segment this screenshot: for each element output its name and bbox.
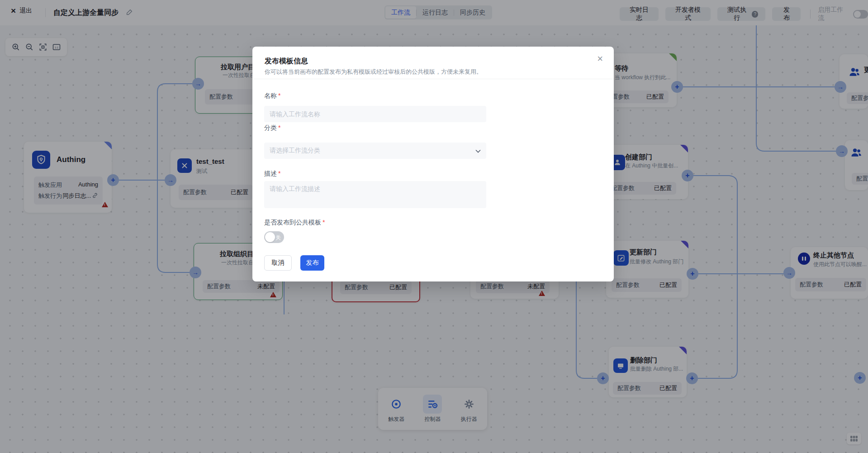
toggle-knob bbox=[265, 232, 275, 242]
close-icon[interactable]: × bbox=[597, 54, 603, 64]
category-select[interactable]: 请选择工作流分类 bbox=[264, 143, 486, 159]
name-input[interactable] bbox=[264, 106, 486, 122]
field-label-text: 是否发布到公共模板 bbox=[264, 219, 321, 226]
required-mark: * bbox=[323, 219, 325, 226]
field-label-text: 名称 bbox=[264, 92, 277, 99]
public-template-label: 是否发布到公共模板* bbox=[264, 219, 325, 227]
workflow-editor-screen: × 退出 自定义上游全量同步 工作流 运行日志 同步历史 实时日志 开发者模式 … bbox=[0, 0, 868, 453]
required-mark: * bbox=[278, 170, 280, 177]
name-field-label: 名称* bbox=[264, 92, 280, 100]
desc-textarea[interactable] bbox=[264, 181, 486, 208]
publish-button[interactable]: 发布 bbox=[300, 255, 324, 271]
modal-title: 发布模板信息 bbox=[265, 57, 308, 66]
field-label-text: 描述 bbox=[264, 170, 277, 177]
field-label-text: 分类 bbox=[264, 124, 277, 131]
public-template-toggle[interactable]: 关 bbox=[264, 231, 284, 243]
chevron-down-icon bbox=[475, 147, 481, 155]
required-mark: * bbox=[278, 92, 280, 99]
desc-field-label: 描述* bbox=[264, 170, 280, 178]
publish-template-modal: 发布模板信息 你可以将当前画布的配置发布为私有模版或经过审核后的公共模版，方便未… bbox=[252, 47, 614, 281]
cancel-button[interactable]: 取消 bbox=[264, 255, 292, 271]
select-placeholder: 请选择工作流分类 bbox=[270, 147, 320, 155]
modal-subtitle: 你可以将当前画布的配置发布为私有模版或经过审核后的公共模版，方便未来复用。 bbox=[265, 68, 482, 76]
toggle-off-label: 关 bbox=[275, 234, 281, 242]
category-field-label: 分类* bbox=[264, 124, 280, 132]
divider bbox=[252, 79, 614, 79]
required-mark: * bbox=[278, 124, 280, 131]
